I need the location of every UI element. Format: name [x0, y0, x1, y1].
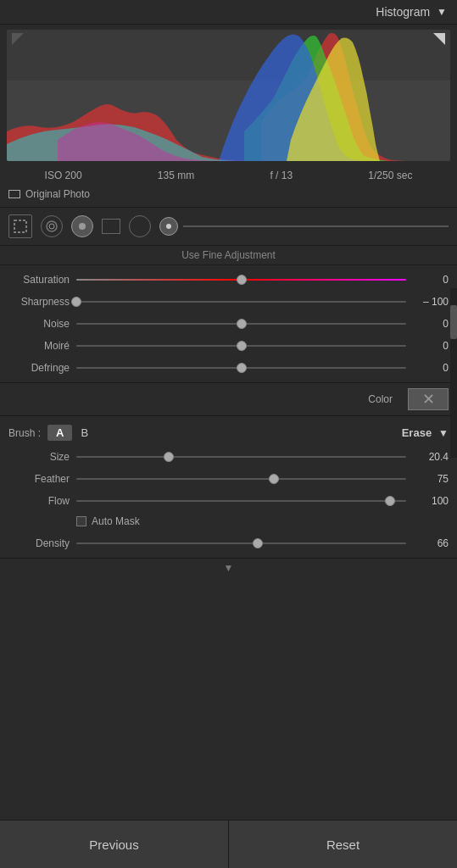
brush-flow-slider[interactable] — [76, 494, 406, 508]
circle-tool-btn[interactable] — [129, 215, 151, 237]
rect-tool-btn[interactable] — [102, 219, 120, 234]
exif-focal: 135 mm — [158, 170, 194, 181]
brush-density-label: Density — [8, 537, 70, 549]
noise-label: Noise — [8, 318, 70, 330]
moire-thumb[interactable] — [237, 341, 247, 351]
brush-flow-label: Flow — [8, 495, 70, 507]
tool-slider-knob-dot — [166, 224, 171, 229]
defringe-label: Defringe — [8, 362, 70, 374]
selection-tool-btn[interactable] — [8, 214, 32, 238]
clipping-shadow-indicator[interactable] — [12, 33, 24, 57]
histogram-header: Histogram ▼ — [0, 0, 457, 25]
exif-iso: ISO 200 — [45, 170, 82, 181]
brush-density-value: 66 — [413, 537, 449, 549]
brush-size-thumb[interactable] — [164, 452, 174, 462]
gradient-tool-btn[interactable] — [41, 215, 63, 237]
brush-density-thumb[interactable] — [253, 538, 263, 548]
noise-slider[interactable] — [76, 317, 406, 331]
automask-checkbox[interactable] — [76, 516, 86, 526]
brush-erase-label[interactable]: Erase — [402, 426, 432, 439]
saturation-slider[interactable] — [76, 273, 406, 287]
saturation-row: Saturation 0 — [0, 269, 457, 291]
brush-a-btn[interactable]: A — [47, 425, 72, 441]
brush-flow-row: Flow 100 — [0, 490, 457, 512]
original-photo-row[interactable]: Original Photo — [0, 185, 457, 208]
color-label: Color — [8, 393, 401, 405]
brush-dropdown-arrow[interactable]: ▼ — [438, 427, 449, 439]
saturation-value: 0 — [413, 274, 449, 286]
original-photo-label: Original Photo — [25, 188, 90, 200]
brush-density-slider[interactable] — [76, 537, 406, 550]
defringe-row: Defringe 0 — [0, 357, 457, 379]
brush-density-row: Density 66 — [0, 532, 457, 554]
saturation-label: Saturation — [8, 274, 70, 286]
brush-section: Brush : A B Erase ▼ Size 20.4 Feather 75… — [0, 416, 457, 559]
brush-flow-value: 100 — [413, 495, 449, 507]
sharpness-row: Sharpness – 100 — [0, 291, 457, 313]
brush-feather-row: Feather 75 — [0, 468, 457, 490]
svg-point-4 — [49, 224, 54, 229]
tool-slider-track — [183, 225, 449, 227]
radial-tool-btn[interactable] — [71, 215, 93, 237]
fine-adjustment-label: Use Fine Adjustment — [0, 246, 457, 265]
adjustment-sliders: Saturation 0 Sharpness – 100 Noise 0 Moi… — [0, 265, 457, 383]
collapse-row[interactable]: ▼ — [0, 559, 457, 577]
noise-row: Noise 0 — [0, 313, 457, 335]
sharpness-thumb[interactable] — [71, 297, 81, 307]
original-photo-icon — [8, 190, 20, 198]
exif-aperture: f / 13 — [270, 170, 293, 181]
moire-row: Moiré 0 — [0, 335, 457, 357]
bottom-buttons: Previous Reset — [0, 820, 457, 868]
brush-feather-slider[interactable] — [76, 472, 406, 486]
defringe-slider[interactable] — [76, 361, 406, 375]
brush-size-slider[interactable] — [76, 450, 406, 464]
collapse-arrow-icon[interactable]: ▼ — [224, 562, 234, 574]
brush-feather-value: 75 — [413, 473, 449, 485]
color-swatch-x-icon: ✕ — [422, 392, 435, 407]
brush-size-label: Size — [8, 451, 70, 463]
brush-header: Brush : A B Erase ▼ — [0, 420, 457, 446]
histogram-chart — [7, 30, 450, 161]
brush-feather-thumb[interactable] — [269, 474, 279, 484]
histogram-dropdown-arrow[interactable]: ▼ — [437, 6, 447, 18]
brush-feather-label: Feather — [8, 473, 70, 485]
moire-value: 0 — [413, 340, 449, 352]
sharpness-value: – 100 — [413, 296, 449, 308]
saturation-thumb[interactable] — [237, 275, 247, 285]
radial-tool-dot — [79, 223, 86, 230]
tool-slider-area[interactable] — [159, 217, 449, 236]
previous-button[interactable]: Previous — [0, 821, 229, 868]
automask-label: Auto Mask — [92, 515, 140, 527]
tool-row — [0, 208, 457, 246]
defringe-value: 0 — [413, 362, 449, 374]
color-row: Color ✕ — [0, 383, 457, 416]
fine-adjustment-text: Use Fine Adjustment — [181, 249, 276, 261]
reset-button[interactable]: Reset — [229, 821, 457, 868]
defringe-thumb[interactable] — [237, 363, 247, 373]
brush-label: Brush : — [8, 427, 41, 439]
histogram-title: Histogram — [376, 5, 430, 19]
scrollbar-thumb[interactable] — [450, 305, 457, 339]
brush-size-value: 20.4 — [413, 451, 449, 463]
moire-slider[interactable] — [76, 339, 406, 353]
tool-slider-knob[interactable] — [159, 217, 178, 236]
sharpness-slider[interactable] — [76, 295, 406, 309]
exif-info: ISO 200 135 mm f / 13 1/250 sec — [0, 166, 457, 185]
color-swatch[interactable]: ✕ — [408, 388, 449, 410]
automask-row: Auto Mask — [0, 512, 457, 532]
noise-value: 0 — [413, 318, 449, 330]
clipping-highlight-indicator[interactable] — [433, 33, 445, 57]
moire-label: Moiré — [8, 340, 70, 352]
brush-size-row: Size 20.4 — [0, 446, 457, 468]
noise-thumb[interactable] — [237, 319, 247, 329]
sharpness-label: Sharpness — [8, 296, 70, 308]
scrollbar[interactable] — [450, 288, 457, 458]
svg-rect-2 — [14, 220, 26, 232]
brush-b-btn[interactable]: B — [72, 425, 97, 441]
brush-flow-thumb[interactable] — [385, 496, 395, 506]
svg-point-3 — [47, 221, 57, 231]
exif-shutter: 1/250 sec — [368, 170, 412, 181]
